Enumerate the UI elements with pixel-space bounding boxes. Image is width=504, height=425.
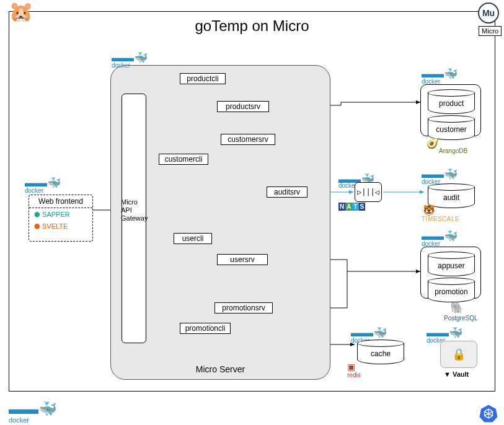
nats-glyph-icon: ▷|||◁: [357, 188, 379, 196]
arango-icon: 🥑: [427, 138, 439, 149]
docker-footer-label: docker: [9, 416, 29, 424]
postgres-icon: 🐘: [450, 301, 464, 315]
docker-label: docker: [25, 187, 43, 194]
redis-label: redis: [347, 372, 361, 379]
promotion-db: promotion: [428, 281, 475, 302]
customer-db: customer: [428, 119, 475, 140]
timescale-icon: 🐯: [423, 204, 435, 216]
postgres-label: PostgreSQL: [444, 315, 477, 322]
nats-label: NATS: [338, 203, 365, 210]
nats-node: ▷|||◁: [355, 182, 382, 202]
mu-badge-icon: Mu: [478, 2, 499, 24]
timescale-label: TIMESCALE: [422, 216, 459, 222]
web-frontend-group: Web frontend ⬢ SAPPER ⬢ SVELTE: [29, 195, 93, 242]
micro-server-label: Micro Server: [196, 364, 245, 374]
sapper-icon: ⬢ SAPPER: [29, 208, 75, 221]
arango-label: ArangoDB: [439, 147, 467, 154]
usercli-node: usercli: [174, 233, 212, 244]
productsrv-node: productsrv: [217, 101, 269, 112]
api-gateway-label: Micro API Gateway: [121, 198, 154, 223]
docker-footer-icon: ▬▬🐳: [9, 400, 57, 418]
diagram-title: goTemp on Micro: [0, 17, 504, 35]
vault-label: ▼ Vault: [444, 370, 469, 378]
lock-icon: 🔒: [452, 348, 466, 361]
web-frontend-header: Web frontend: [29, 195, 92, 208]
vault-node: 🔒: [440, 341, 477, 368]
usersrv-node: usersrv: [217, 254, 268, 265]
promotionsrv-node: promotionsrv: [214, 302, 273, 313]
kubernetes-icon: [479, 404, 498, 423]
gopher-icon: 🐹: [9, 0, 33, 24]
auditsrv-node: auditsrv: [267, 186, 307, 198]
svelte-icon: ⬢ SVELTE: [29, 221, 73, 232]
svelte-label: SVELTE: [42, 222, 68, 230]
cache-db: cache: [357, 343, 404, 364]
promotioncli-node: promotioncli: [180, 323, 231, 334]
product-db: product: [428, 93, 475, 114]
customercli-node: customercli: [159, 154, 208, 165]
customersrv-node: customersrv: [221, 134, 275, 145]
productcli-node: productcli: [180, 73, 226, 84]
docker-label: docker: [112, 62, 130, 69]
sapper-label: SAPPER: [42, 211, 70, 218]
appuser-db: appuser: [428, 255, 475, 276]
micro-corner-label: Micro: [479, 26, 502, 36]
redis-icon: ▣: [347, 362, 355, 372]
